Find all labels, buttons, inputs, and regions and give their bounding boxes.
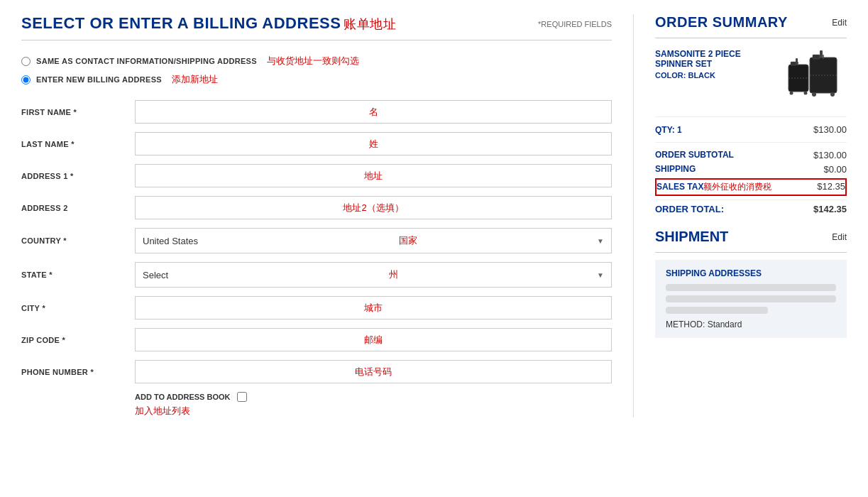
- country-select-wrapper[interactable]: United States 国家: [135, 228, 612, 253]
- address2-row: ADDRESS 2: [21, 196, 612, 219]
- address2-input[interactable]: [135, 196, 612, 219]
- city-row: CITY *: [21, 296, 612, 320]
- address2-label: ADDRESS 2: [21, 204, 135, 212]
- last-name-label: LAST NAME *: [21, 140, 135, 148]
- state-label: STATE *: [21, 271, 135, 279]
- state-chinese-label: 州: [175, 263, 611, 287]
- shipment-section: SHIPMENT Edit SHIPPING ADDRESSES METHOD:…: [655, 229, 847, 338]
- enter-new-billing-chinese: 添加新地址: [172, 73, 218, 86]
- enter-new-billing-radio[interactable]: [21, 75, 31, 84]
- last-name-row: LAST NAME *: [21, 132, 612, 155]
- subtotal-row: ORDER SUBTOTAL $130.00: [655, 150, 847, 160]
- state-select-wrapper[interactable]: Select 州: [135, 262, 612, 288]
- shipping-addresses-title: SHIPPING ADDRESSES: [666, 268, 836, 278]
- method-label: METHOD: Standard: [666, 320, 836, 329]
- address1-input[interactable]: [135, 164, 612, 187]
- address-line-2: [666, 295, 836, 302]
- qty-row: QTY: 1 $130.00: [655, 116, 847, 135]
- first-name-input[interactable]: [135, 100, 612, 124]
- address-book-chinese: 加入地址列表: [135, 405, 190, 417]
- required-fields-label: *REQUIRED FIELDS: [538, 20, 612, 28]
- address-line-1: [666, 284, 836, 291]
- same-as-shipping-chinese: 与收货地址一致则勾选: [267, 55, 359, 67]
- same-as-shipping-radio[interactable]: [21, 57, 31, 66]
- enter-new-billing-label[interactable]: ENTER NEW BILLING ADDRESS: [36, 75, 162, 84]
- sidebar: ORDER SUMMARY Edit SAMSONITE 2 PIECE SPI…: [634, 14, 847, 417]
- order-total-label: ORDER TOTAL:: [655, 204, 724, 214]
- address-book-label: ADD TO ADDRESS BOOK: [135, 393, 230, 401]
- address1-label: ADDRESS 1 *: [21, 172, 135, 180]
- product-row: SAMSONITE 2 PIECE SPINNER SET COLOR: BLA…: [655, 49, 847, 106]
- product-image: [783, 49, 847, 106]
- svg-point-4: [812, 92, 816, 97]
- first-name-label: FIRST NAME *: [21, 108, 135, 116]
- phone-row: PHONE NUMBER *: [21, 360, 612, 383]
- order-summary-title: ORDER SUMMARY: [655, 14, 788, 31]
- shipping-value: $0.00: [823, 164, 847, 175]
- order-total-row: ORDER TOTAL: $142.35: [655, 200, 847, 214]
- subtotal-label: ORDER SUBTOTAL: [655, 150, 734, 160]
- address-book-checkbox[interactable]: [237, 392, 247, 402]
- svg-rect-10: [796, 58, 798, 65]
- address-options: SAME AS CONTACT INFORMATION/SHIPPING ADD…: [21, 55, 612, 86]
- zip-label: ZIP CODE *: [21, 336, 135, 344]
- order-summary-edit-link[interactable]: Edit: [832, 18, 847, 28]
- shipping-row: SHIPPING $0.00: [655, 164, 847, 175]
- page-title-chinese: 账单地址: [344, 17, 396, 31]
- sales-tax-chinese: 额外征收的消费税: [703, 182, 771, 192]
- phone-input[interactable]: [135, 360, 612, 383]
- country-label: COUNTRY *: [21, 236, 135, 245]
- city-input[interactable]: [135, 296, 612, 320]
- product-name: SAMSONITE 2 PIECE SPINNER SET: [655, 49, 772, 69]
- country-default-value: United States: [136, 230, 205, 252]
- sales-tax-label: SALES TAX额外征收的消费税: [657, 181, 771, 193]
- first-name-row: FIRST NAME *: [21, 100, 612, 124]
- country-row: COUNTRY * United States 国家: [21, 228, 612, 253]
- shipment-title: SHIPMENT: [655, 229, 728, 245]
- svg-rect-8: [791, 62, 796, 65]
- svg-point-11: [790, 92, 793, 95]
- address-line-3: [666, 307, 768, 314]
- product-info: SAMSONITE 2 PIECE SPINNER SET COLOR: BLA…: [655, 49, 772, 80]
- order-summary-section: ORDER SUMMARY Edit SAMSONITE 2 PIECE SPI…: [655, 14, 847, 214]
- product-color: COLOR: BLACK: [655, 71, 772, 80]
- svg-rect-1: [813, 55, 820, 59]
- sales-tax-row: SALES TAX额外征收的消费税 $12.35: [655, 178, 847, 196]
- qty-label: QTY: 1: [655, 125, 682, 135]
- shipping-addresses-box: SHIPPING ADDRESSES METHOD: Standard: [655, 260, 847, 338]
- qty-price: $130.00: [813, 124, 847, 135]
- order-total-value: $142.35: [813, 204, 847, 214]
- shipment-edit-link[interactable]: Edit: [832, 232, 847, 242]
- page-title: SELECT OR ENTER A BILLING ADDRESS: [21, 14, 341, 32]
- subtotal-value: $130.00: [813, 150, 847, 160]
- same-as-shipping-label[interactable]: SAME AS CONTACT INFORMATION/SHIPPING ADD…: [36, 57, 257, 65]
- svg-rect-3: [820, 50, 823, 58]
- phone-label: PHONE NUMBER *: [21, 368, 135, 376]
- state-default-value: Select: [136, 264, 175, 286]
- zip-input[interactable]: [135, 328, 612, 351]
- sales-tax-value: $12.35: [817, 181, 845, 193]
- shipping-label: SHIPPING: [655, 164, 696, 175]
- city-label: CITY *: [21, 304, 135, 312]
- state-row: STATE * Select 州: [21, 262, 612, 288]
- svg-point-12: [804, 92, 808, 95]
- country-chinese-label: 国家: [205, 229, 611, 253]
- address1-row: ADDRESS 1 *: [21, 164, 612, 187]
- svg-point-5: [830, 92, 835, 97]
- last-name-input[interactable]: [135, 132, 612, 155]
- order-totals: ORDER SUBTOTAL $130.00 SHIPPING $0.00 SA…: [655, 142, 847, 214]
- zip-row: ZIP CODE *: [21, 328, 612, 351]
- address-book-area: ADD TO ADDRESS BOOK 加入地址列表: [135, 392, 612, 417]
